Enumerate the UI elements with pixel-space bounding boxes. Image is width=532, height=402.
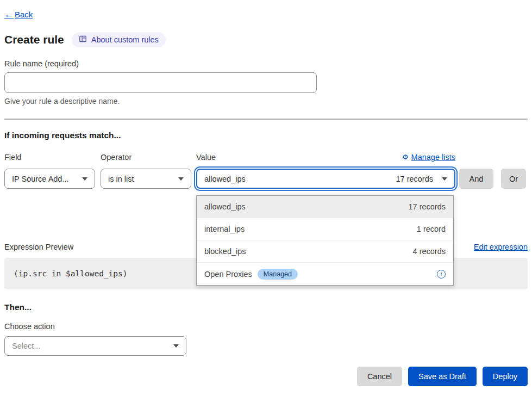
list-option-internal-ips[interactable]: internal_ips 1 record bbox=[197, 218, 453, 240]
chevron-down-icon bbox=[442, 177, 447, 181]
expression-preview-label: Expression Preview bbox=[4, 243, 73, 251]
cancel-button[interactable]: Cancel bbox=[357, 367, 402, 386]
back-arrow-icon: ← bbox=[4, 10, 14, 19]
value-select-meta: 17 records bbox=[396, 175, 433, 183]
field-select-value: IP Source Add... bbox=[12, 175, 69, 183]
rule-name-input[interactable] bbox=[4, 72, 317, 93]
book-icon bbox=[79, 35, 87, 45]
about-custom-rules-link[interactable]: About custom rules bbox=[72, 32, 166, 47]
edit-expression-link[interactable]: Edit expression bbox=[474, 243, 528, 251]
list-option-name: blocked_ips bbox=[204, 247, 246, 256]
list-option-meta: 1 record bbox=[417, 225, 446, 233]
info-icon[interactable]: i bbox=[437, 270, 446, 279]
save-as-draft-button[interactable]: Save as Draft bbox=[408, 367, 477, 386]
create-rule-page: ←Back Create rule About custom rules Rul… bbox=[0, 0, 532, 386]
back-link[interactable]: ←Back bbox=[4, 10, 33, 19]
managed-badge: Managed bbox=[258, 269, 298, 280]
page-title: Create rule bbox=[4, 33, 64, 46]
list-option-open-proxies[interactable]: Open Proxies Managed i bbox=[197, 263, 453, 285]
divider bbox=[4, 119, 528, 120]
value-select-value: allowed_ips bbox=[204, 175, 246, 183]
field-label: Field bbox=[4, 153, 21, 162]
list-option-blocked-ips[interactable]: blocked_ips 4 records bbox=[197, 240, 453, 263]
operator-select-value: is in list bbox=[108, 175, 134, 183]
deploy-button[interactable]: Deploy bbox=[483, 367, 528, 386]
list-option-meta: 4 records bbox=[413, 247, 446, 256]
value-label: Value bbox=[196, 153, 216, 162]
chevron-down-icon bbox=[82, 177, 87, 181]
and-button[interactable]: And bbox=[459, 169, 493, 189]
list-option-allowed-ips[interactable]: allowed_ips 17 records bbox=[197, 196, 453, 218]
rule-name-label: Rule name (required) bbox=[4, 59, 528, 68]
action-select-placeholder: Select... bbox=[12, 342, 40, 350]
list-dropdown: allowed_ips 17 records internal_ips 1 re… bbox=[196, 195, 454, 286]
rule-name-helper: Give your rule a descriptive name. bbox=[4, 97, 528, 106]
manage-lists-link[interactable]: ⚙ Manage lists bbox=[402, 153, 455, 162]
chevron-down-icon bbox=[178, 177, 184, 181]
list-option-meta: 17 records bbox=[408, 202, 446, 211]
action-select[interactable]: Select... bbox=[4, 336, 186, 356]
match-section-heading: If incoming requests match... bbox=[4, 131, 528, 140]
value-select[interactable]: allowed_ips 17 records bbox=[196, 169, 455, 189]
choose-action-label: Choose action bbox=[4, 322, 528, 331]
list-option-name: allowed_ips bbox=[204, 202, 246, 211]
list-option-name: internal_ips bbox=[204, 225, 245, 233]
chevron-down-icon bbox=[173, 344, 179, 348]
operator-label: Operator bbox=[101, 153, 132, 162]
then-section-heading: Then... bbox=[4, 302, 528, 312]
field-select[interactable]: IP Source Add... bbox=[4, 169, 95, 189]
manage-lists-label: Manage lists bbox=[411, 153, 455, 162]
about-custom-rules-label: About custom rules bbox=[91, 35, 159, 44]
list-option-name: Open Proxies bbox=[204, 270, 252, 279]
expression-code-text: (ip.src in $allowed_ips) bbox=[14, 269, 128, 278]
back-label: Back bbox=[15, 10, 33, 19]
gear-icon: ⚙ bbox=[402, 153, 409, 160]
or-button[interactable]: Or bbox=[501, 169, 526, 189]
operator-select[interactable]: is in list bbox=[101, 169, 191, 189]
